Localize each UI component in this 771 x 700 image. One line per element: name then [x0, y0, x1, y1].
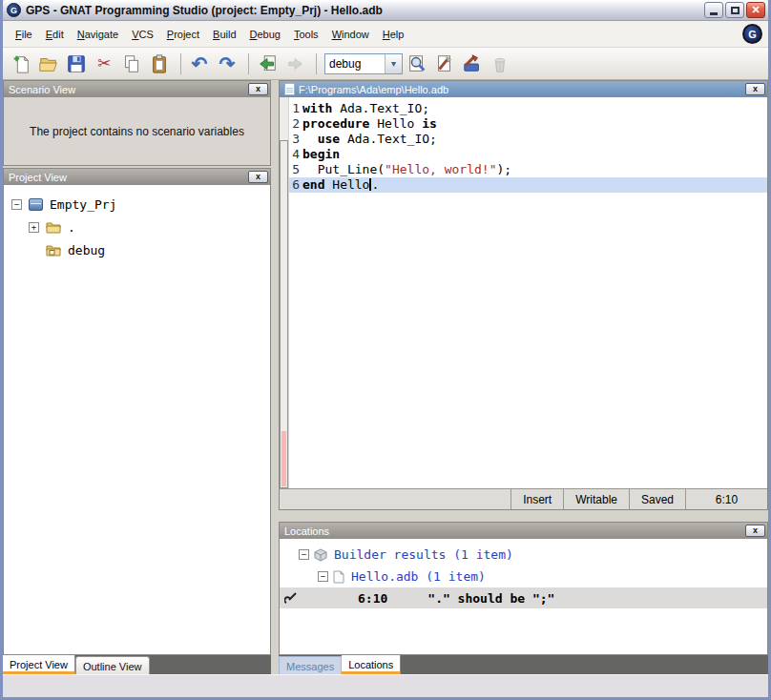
paste-icon — [149, 53, 170, 74]
tree-node-project[interactable]: − Empty_Prj — [4, 193, 270, 216]
line-number: 4 — [289, 147, 302, 162]
code-line[interactable]: 4begin — [289, 147, 767, 162]
copy-button[interactable] — [119, 51, 144, 76]
tree-node-source-dir[interactable]: + . — [4, 216, 270, 238]
go-back-button[interactable] — [255, 51, 280, 76]
code-line[interactable]: 1with Ada.Text_IO; — [289, 101, 767, 116]
code-editor[interactable]: 1with Ada.Text_IO; 2procedure Hello is 3… — [289, 97, 767, 488]
open-file-button[interactable] — [36, 51, 61, 76]
locations-file-row[interactable]: − Hello.adb (1 item) — [280, 566, 767, 587]
collapse-expander-icon[interactable]: − — [11, 199, 22, 210]
speed-column-viewport — [280, 140, 288, 488]
tab-outline-view[interactable]: Outline View — [75, 656, 150, 674]
menu-navigate[interactable]: Navigate — [71, 25, 125, 44]
editor-titlebar: F:\Programs\Ada\emp\Hello.adb x — [280, 81, 767, 97]
locations-panel: Locations x − Builder results (1 item) − — [279, 522, 768, 655]
build-main-button[interactable] — [432, 51, 457, 76]
locations-message-row[interactable]: 6:10 "." should be ";" — [280, 587, 767, 608]
menu-debug[interactable]: Debug — [243, 25, 287, 44]
editor-panel: F:\Programs\Ada\emp\Hello.adb x 1with Ad… — [279, 80, 768, 510]
tabstrip-gap — [271, 655, 279, 674]
window-titlebar: G GPS - GNAT Programming Studio (project… — [3, 0, 768, 21]
menu-edit[interactable]: Edit — [39, 25, 71, 44]
project-view-panel: Project View x − Empty_Prj + . — [3, 168, 271, 655]
project-view-titlebar: Project View x — [4, 169, 270, 185]
locations-category-row[interactable]: − Builder results (1 item) — [280, 544, 767, 566]
close-icon: x — [753, 84, 758, 93]
menu-help[interactable]: Help — [376, 25, 411, 44]
line-number: 3 — [289, 132, 302, 147]
code-line[interactable]: 3 use Ada.Text_IO; — [289, 132, 767, 147]
tab-project-view[interactable]: Project View — [3, 655, 75, 674]
line-number: 2 — [289, 116, 302, 132]
new-file-button[interactable] — [9, 51, 33, 76]
save-button[interactable] — [64, 51, 89, 76]
search-button[interactable] — [405, 51, 429, 76]
file-label[interactable]: Hello.adb (1 item) — [351, 569, 486, 584]
undo-button[interactable]: ↶ — [187, 51, 212, 76]
clean-button[interactable] — [488, 51, 512, 76]
document-icon — [284, 83, 295, 95]
close-button[interactable]: ✕ — [746, 2, 765, 18]
scenario-view-body: The project contains no scenario variabl… — [4, 97, 270, 165]
collapse-expander-icon[interactable]: − — [318, 571, 328, 582]
editor-close-button[interactable]: x — [745, 83, 765, 95]
close-icon: ✕ — [751, 4, 760, 16]
app-icon: G — [7, 3, 21, 17]
combobox-dropdown-button[interactable]: ▾ — [385, 54, 402, 73]
menu-window[interactable]: Window — [325, 25, 376, 44]
menu-tools[interactable]: Tools — [287, 25, 325, 44]
editor-status-bar: Insert Writable Saved 6:10 — [280, 488, 767, 509]
menu-project[interactable]: Project — [160, 25, 206, 44]
build-all-icon — [462, 53, 483, 74]
scenario-view-close-button[interactable]: x — [248, 83, 268, 95]
close-icon: x — [256, 84, 260, 93]
code-line[interactable]: 2procedure Hello is — [289, 116, 767, 132]
object-dir-label[interactable]: debug — [68, 243, 105, 257]
menu-file[interactable]: File — [9, 25, 39, 44]
go-forward-button[interactable] — [282, 51, 307, 76]
locations-close-button[interactable]: x — [745, 525, 765, 537]
window-title: GPS - GNAT Programming Studio (project: … — [26, 4, 702, 17]
build-mode-input[interactable] — [325, 54, 385, 73]
cut-icon: ✂ — [97, 53, 111, 73]
tab-messages[interactable]: Messages — [279, 656, 342, 674]
back-arrow-icon — [257, 53, 278, 74]
toolbar-separator — [180, 53, 181, 74]
category-cube-icon — [314, 548, 327, 562]
tree-node-object-dir[interactable]: debug — [4, 238, 270, 261]
collapse-expander-icon[interactable]: − — [299, 549, 309, 560]
project-view-close-button[interactable]: x — [248, 171, 268, 183]
maximize-button[interactable] — [725, 2, 744, 18]
locations-titlebar: Locations x — [280, 523, 767, 539]
source-dir-label[interactable]: . — [68, 220, 75, 235]
code-line[interactable]: 5 Put_Line("Hello, world!"); — [289, 162, 767, 177]
redo-button[interactable]: ↷ — [215, 51, 240, 76]
minimize-button[interactable] — [704, 2, 723, 18]
cut-button[interactable]: ✂ — [92, 51, 116, 76]
toolbar-separator — [316, 53, 317, 74]
gps-main-window: G GPS - GNAT Programming Studio (project… — [0, 0, 771, 700]
horizontal-splitter[interactable] — [279, 510, 768, 522]
editor-column: F:\Programs\Ada\emp\Hello.adb x 1with Ad… — [279, 80, 768, 655]
paste-button[interactable] — [147, 51, 172, 76]
scenario-view-panel: Scenario View x The project contains no … — [3, 80, 271, 166]
project-node-label[interactable]: Empty_Prj — [50, 197, 116, 212]
speed-column[interactable] — [280, 97, 289, 488]
category-label[interactable]: Builder results (1 item) — [334, 547, 513, 562]
insert-mode-indicator: Insert — [511, 489, 563, 509]
expand-expander-icon[interactable]: + — [29, 222, 39, 233]
cursor-position-indicator: 6:10 — [685, 489, 767, 509]
menu-build[interactable]: Build — [206, 25, 242, 44]
menu-vcs[interactable]: VCS — [125, 25, 160, 44]
tab-locations[interactable]: Locations — [342, 655, 401, 674]
code-line-current[interactable]: 6end Hello. — [289, 177, 767, 193]
error-marker[interactable] — [281, 431, 286, 486]
main-status-bar — [3, 674, 768, 697]
scenario-view-titlebar: Scenario View x — [4, 81, 270, 97]
message-position: 6:10 — [358, 591, 387, 606]
build-mode-combobox[interactable]: ▾ — [324, 53, 403, 74]
close-icon: x — [753, 525, 758, 535]
vertical-splitter[interactable] — [271, 80, 279, 655]
build-all-button[interactable] — [460, 51, 485, 76]
